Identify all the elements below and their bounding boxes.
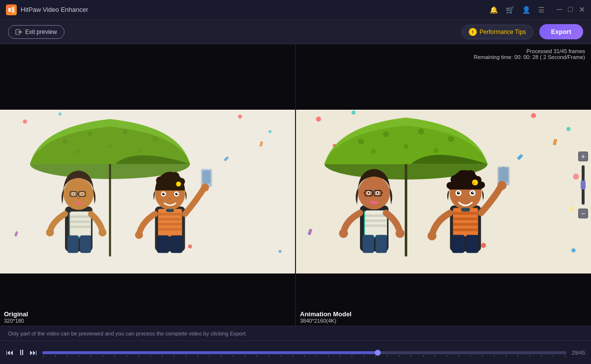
svg-point-100 — [339, 229, 348, 238]
app-logo — [6, 4, 17, 15]
exit-icon — [15, 29, 22, 35]
pause-button[interactable]: ⏸ — [18, 348, 26, 357]
timeline-tick — [316, 355, 317, 357]
svg-point-112 — [369, 201, 378, 204]
main-content: Original 320*180 Processed 31/45 frames … — [0, 44, 591, 326]
left-video-image: Original 320*180 — [0, 44, 295, 326]
svg-point-88 — [448, 136, 454, 142]
right-cartoon-svg — [296, 110, 591, 273]
timeline-tick — [257, 355, 257, 357]
timeline-tick — [150, 355, 151, 357]
export-label: Export — [551, 28, 571, 35]
step-back-button[interactable]: ⏮ — [6, 348, 14, 357]
svg-rect-68 — [166, 209, 174, 212]
right-cartoon-area — [296, 110, 591, 273]
svg-rect-120 — [466, 235, 478, 253]
left-black-bottom: Original 320*180 — [0, 273, 295, 326]
timeline-tick — [541, 355, 542, 357]
app-title: HitPaw Video Enhancer — [21, 6, 88, 13]
svg-rect-141 — [461, 208, 470, 212]
svg-point-79 — [481, 243, 486, 248]
svg-point-16 — [278, 250, 281, 253]
svg-rect-31 — [67, 236, 78, 253]
svg-rect-30 — [70, 225, 91, 228]
svg-rect-98 — [362, 235, 374, 253]
svg-point-111 — [377, 192, 379, 194]
svg-rect-117 — [453, 223, 478, 226]
zoom-thumb[interactable] — [581, 181, 586, 189]
timeline-area: ⏮ ⏸ ⏭ 29/45 — [0, 340, 591, 364]
title-bar-controls: 🔔 🛒 👤 ☰ ─ □ ✕ — [490, 5, 585, 14]
left-label-title: Original — [4, 310, 28, 318]
svg-point-101 — [395, 229, 404, 238]
left-video-panel: Original 320*180 — [0, 44, 295, 326]
timeline-tick — [304, 355, 305, 357]
menu-icon[interactable]: ☰ — [538, 6, 545, 14]
svg-point-85 — [358, 139, 364, 145]
svg-point-5 — [23, 120, 27, 123]
svg-rect-47 — [158, 218, 182, 220]
left-black-top — [0, 44, 295, 110]
user-icon[interactable]: 👤 — [522, 6, 530, 14]
svg-point-131 — [447, 182, 454, 189]
svg-point-8 — [238, 115, 242, 119]
svg-point-54 — [201, 183, 209, 191]
transport-controls: ⏮ ⏸ ⏭ — [6, 348, 37, 357]
exit-preview-button[interactable]: Exit preview — [8, 25, 65, 39]
svg-point-132 — [478, 182, 485, 188]
svg-rect-51 — [170, 236, 182, 253]
svg-point-66 — [164, 193, 164, 194]
svg-rect-49 — [158, 228, 182, 230]
timeline-tick — [186, 355, 186, 357]
timeline-tick — [494, 355, 494, 357]
svg-point-110 — [367, 192, 369, 194]
toolbar-right: ! Performance Tips Export — [461, 24, 583, 39]
svg-rect-0 — [8, 8, 11, 12]
performance-tips-button[interactable]: ! Performance Tips — [461, 25, 533, 39]
timeline-tick — [197, 355, 198, 357]
minimize-button[interactable]: ─ — [557, 5, 562, 14]
timeline-tick — [518, 355, 518, 357]
timeline-tick — [363, 355, 364, 357]
timeline-tick — [79, 355, 79, 357]
window-controls: ─ □ ✕ — [557, 5, 585, 14]
step-forward-button[interactable]: ⏭ — [30, 348, 37, 357]
perf-tips-label: Performance Tips — [480, 29, 526, 35]
timeline-tick — [293, 355, 293, 357]
timeline-tick — [447, 355, 447, 357]
svg-rect-27 — [70, 212, 91, 237]
svg-rect-1 — [12, 7, 14, 13]
export-button[interactable]: Export — [539, 24, 583, 39]
timeline-tick — [328, 355, 328, 357]
svg-point-21 — [153, 137, 158, 142]
bell-icon[interactable]: 🔔 — [490, 6, 498, 14]
zoom-out-button[interactable]: − — [578, 209, 588, 218]
svg-point-71 — [352, 111, 356, 115]
timeline-tick — [174, 355, 174, 357]
svg-rect-122 — [499, 168, 508, 182]
right-label-title: Animation Model — [300, 310, 352, 318]
zoom-in-button[interactable]: + — [578, 152, 588, 161]
close-button[interactable]: ✕ — [579, 5, 585, 14]
preview-notice: Only part of the video can be previewed … — [0, 326, 591, 340]
svg-point-9 — [268, 130, 271, 133]
maximize-button[interactable]: □ — [568, 5, 573, 14]
svg-rect-46 — [158, 213, 182, 215]
timeline-tick — [565, 355, 565, 357]
svg-point-43 — [74, 202, 82, 205]
timeline-tick — [423, 355, 424, 357]
timeline-tick — [529, 355, 530, 357]
svg-point-73 — [531, 113, 536, 118]
timeline-tick — [67, 355, 67, 357]
timeline-tick — [470, 355, 471, 357]
cart-icon[interactable]: 🛒 — [506, 6, 514, 14]
timeline-tick — [482, 355, 483, 357]
svg-rect-48 — [158, 223, 182, 225]
timeline-progress — [42, 351, 378, 354]
timeline-tick — [506, 355, 506, 357]
timeline-track[interactable] — [42, 351, 566, 354]
svg-point-23 — [108, 145, 112, 149]
timeline-tick — [459, 355, 459, 357]
timeline-tick — [411, 355, 411, 357]
svg-rect-28 — [70, 215, 91, 218]
